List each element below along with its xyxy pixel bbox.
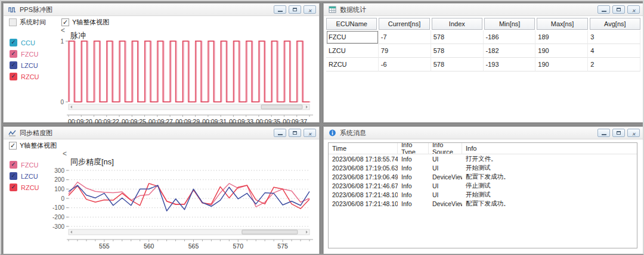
legend-checkbox-icon[interactable] <box>10 50 17 58</box>
scroll-thumb[interactable] <box>242 230 298 234</box>
checkbox-icon[interactable] <box>61 18 69 26</box>
svg-text:00:09:25: 00:09:25 <box>122 118 146 123</box>
minimize-button[interactable] <box>597 5 610 14</box>
log-row[interactable]: 2023/06/08 17:19:06.494InfoDeviceView配置下… <box>329 172 637 181</box>
table-icon <box>329 6 336 13</box>
panel-title: 系统消息 <box>340 129 366 138</box>
legend-item-fzcu[interactable]: FZCU <box>10 161 39 169</box>
collapse-legend-arrow[interactable]: < <box>61 26 65 35</box>
legend-item-lzcu[interactable]: LZCU <box>10 172 39 180</box>
pps-titlebar[interactable]: PPS脉冲图 <box>4 4 319 16</box>
restore-button[interactable] <box>612 129 625 137</box>
table-cell[interactable]: 2 <box>588 58 640 71</box>
column-header[interactable]: Info Type <box>398 143 429 154</box>
log-cell: UI <box>429 182 462 189</box>
sync-legend: FZCULZCURZCU <box>10 161 39 191</box>
table-cell[interactable]: FZCU <box>326 30 379 44</box>
minimize-button[interactable] <box>274 5 286 14</box>
log-cell: Info <box>398 182 429 189</box>
table-cell[interactable]: -6 <box>379 58 431 71</box>
column-header[interactable]: Current[ns] <box>379 18 429 30</box>
table-cell[interactable]: 79 <box>379 44 431 58</box>
table-cell[interactable]: 190 <box>535 44 588 58</box>
checkbox-icon[interactable] <box>9 18 17 26</box>
svg-text:1: 1 <box>60 38 64 45</box>
pps-pulse-chart[interactable]: 1000:09:2000:09:2200:09:2500:09:2700:09:… <box>53 36 319 123</box>
close-button[interactable] <box>627 5 640 14</box>
table-cell[interactable]: -7 <box>379 30 431 44</box>
legend-checkbox-icon[interactable] <box>10 184 17 191</box>
pps-toolbar: 系统时间 Y轴整体视图 <box>9 18 109 27</box>
log-row[interactable]: 2023/06/08 17:21:48.100InfoUI开始测试 <box>329 190 637 199</box>
log-row[interactable]: 2023/06/08 17:18:55.748InfoUI打开文件。 <box>329 154 637 163</box>
minimize-button[interactable] <box>597 129 610 137</box>
table-row[interactable]: LZCU79578-1821904 <box>326 44 640 58</box>
legend-label: RZCU <box>21 184 39 191</box>
legend-item-lzcu[interactable]: LZCU <box>10 61 39 69</box>
legend-label: RZCU <box>21 73 39 80</box>
collapse-legend-arrow[interactable]: < <box>63 150 67 158</box>
column-header[interactable]: Avg[ns] <box>590 18 640 30</box>
column-header[interactable]: Min[ns] <box>484 18 535 30</box>
svg-text:555: 555 <box>99 242 110 250</box>
svg-text:00:09:27: 00:09:27 <box>148 118 173 123</box>
table-row[interactable]: RZCU-6578-1931902 <box>326 58 640 71</box>
log-row[interactable]: 2023/06/08 17:21:48.104InfoDeviceView配置下… <box>329 199 637 208</box>
legend-checkbox-icon[interactable] <box>10 73 17 80</box>
column-header[interactable]: Info Source <box>429 143 462 154</box>
table-cell[interactable]: -186 <box>484 30 536 44</box>
legend-item-rzcu[interactable]: RZCU <box>10 73 39 80</box>
legend-checkbox-icon[interactable] <box>10 172 17 180</box>
table-cell[interactable]: 189 <box>535 30 588 44</box>
messages-table: TimeInfo TypeInfo SourceInfo2023/06/08 1… <box>329 143 637 208</box>
restore-button[interactable] <box>289 129 301 137</box>
legend-checkbox-icon[interactable] <box>10 161 17 169</box>
scroll-thumb[interactable] <box>261 105 302 109</box>
sync-toolbar: Y轴整体视图 <box>9 141 57 150</box>
close-button[interactable] <box>627 129 640 137</box>
legend-item-ccu[interactable]: CCU <box>10 39 39 46</box>
table-cell[interactable]: 190 <box>535 58 588 71</box>
h-scrollbar[interactable] <box>69 104 309 110</box>
table-cell[interactable]: 4 <box>588 44 640 58</box>
table-cell[interactable]: -182 <box>484 44 536 58</box>
log-row[interactable]: 2023/06/08 17:21:46.677InfoUI停止测试 <box>329 181 637 190</box>
checkbox-icon[interactable] <box>9 142 17 150</box>
legend-item-fzcu[interactable]: FZCU <box>10 50 39 58</box>
messages-log[interactable]: TimeInfo TypeInfo SourceInfo2023/06/08 1… <box>328 142 637 248</box>
system-time-checkbox[interactable]: 系统时间 <box>9 18 46 27</box>
legend-checkbox-icon[interactable] <box>10 39 17 46</box>
column-header[interactable]: Info <box>462 143 637 154</box>
svg-text:565: 565 <box>188 242 199 250</box>
legend-item-rzcu[interactable]: RZCU <box>10 184 39 191</box>
table-cell[interactable]: 578 <box>431 44 484 58</box>
table-cell[interactable]: LZCU <box>326 44 379 58</box>
table-row[interactable]: FZCU-7578-1861893 <box>326 30 640 44</box>
h-scrollbar[interactable] <box>69 229 309 235</box>
stats-titlebar[interactable]: 数据统计 <box>324 4 643 16</box>
column-header[interactable]: Max[ns] <box>537 18 587 30</box>
close-button[interactable] <box>304 129 316 137</box>
restore-button[interactable] <box>612 5 625 14</box>
column-header[interactable]: Index <box>432 18 482 30</box>
column-header[interactable]: ECUName <box>326 18 377 30</box>
y-axis-overview-checkbox[interactable]: Y轴整体视图 <box>61 18 109 27</box>
legend-checkbox-icon[interactable] <box>10 61 17 69</box>
close-button[interactable] <box>304 5 316 14</box>
y-axis-overview-checkbox[interactable]: Y轴整体视图 <box>9 141 57 150</box>
table-cell[interactable]: -193 <box>484 58 536 71</box>
restore-button[interactable] <box>289 5 301 14</box>
table-cell[interactable]: 578 <box>431 30 484 44</box>
minimize-button[interactable] <box>274 129 286 137</box>
table-cell[interactable]: 3 <box>588 30 640 44</box>
messages-titlebar[interactable]: 系统消息 <box>324 127 643 139</box>
log-row[interactable]: 2023/06/08 17:19:05.637InfoUI开始测试 <box>329 163 637 172</box>
sync-precision-chart[interactable]: 3002001000-100-200-300555560565570575 <box>49 166 319 255</box>
svg-text:00:09:20: 00:09:20 <box>68 118 92 123</box>
sync-titlebar[interactable]: 同步精度图 <box>4 127 319 139</box>
log-cell: Info <box>398 164 429 172</box>
column-header[interactable]: Time <box>329 143 398 154</box>
svg-text:0: 0 <box>61 195 64 202</box>
table-cell[interactable]: RZCU <box>326 58 379 71</box>
table-cell[interactable]: 578 <box>431 58 484 71</box>
